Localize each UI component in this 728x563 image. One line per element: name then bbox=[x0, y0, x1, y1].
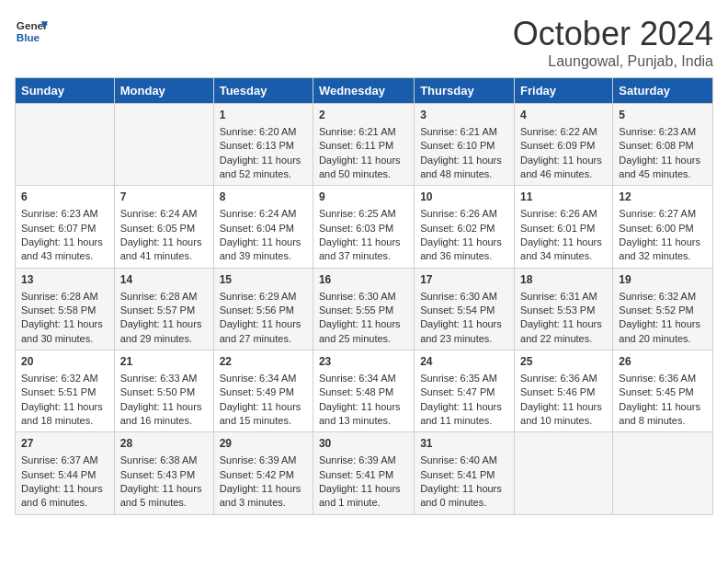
sunrise-text: Sunrise: 6:21 AM bbox=[420, 125, 508, 139]
calendar-table: SundayMondayTuesdayWednesdayThursdayFrid… bbox=[15, 77, 713, 515]
sunrise-text: Sunrise: 6:28 AM bbox=[120, 290, 208, 304]
sunset-text: Sunset: 6:00 PM bbox=[619, 222, 707, 236]
sunrise-text: Sunrise: 6:21 AM bbox=[319, 125, 408, 139]
calendar-week-row: 13Sunrise: 6:28 AMSunset: 5:58 PMDayligh… bbox=[16, 268, 713, 350]
sunset-text: Sunset: 6:02 PM bbox=[420, 222, 508, 236]
sunset-text: Sunset: 5:41 PM bbox=[319, 468, 408, 482]
calendar-cell: 7Sunrise: 6:24 AMSunset: 6:05 PMDaylight… bbox=[114, 186, 213, 268]
calendar-cell: 4Sunrise: 6:22 AMSunset: 6:09 PMDaylight… bbox=[515, 104, 613, 186]
sunset-text: Sunset: 5:52 PM bbox=[619, 304, 707, 317]
day-number: 22 bbox=[220, 354, 307, 370]
day-number: 28 bbox=[120, 436, 208, 452]
calendar-cell bbox=[515, 432, 613, 514]
calendar-cell: 25Sunrise: 6:36 AMSunset: 5:46 PMDayligh… bbox=[515, 350, 613, 432]
sunrise-text: Sunrise: 6:30 AM bbox=[319, 290, 408, 304]
day-number: 3 bbox=[420, 108, 508, 123]
sunset-text: Sunset: 6:07 PM bbox=[21, 222, 108, 236]
sunrise-text: Sunrise: 6:36 AM bbox=[520, 372, 607, 385]
header-row: SundayMondayTuesdayWednesdayThursdayFrid… bbox=[16, 78, 713, 104]
sunset-text: Sunset: 5:48 PM bbox=[319, 385, 408, 399]
daylight-text: Daylight: 11 hours and 27 minutes. bbox=[220, 317, 307, 346]
daylight-text: Daylight: 11 hours and 25 minutes. bbox=[319, 317, 408, 346]
day-number: 8 bbox=[220, 190, 307, 205]
sunset-text: Sunset: 5:49 PM bbox=[220, 385, 307, 399]
calendar-cell: 6Sunrise: 6:23 AMSunset: 6:07 PMDaylight… bbox=[16, 186, 115, 268]
calendar-cell: 28Sunrise: 6:38 AMSunset: 5:43 PMDayligh… bbox=[114, 432, 213, 514]
calendar-cell: 5Sunrise: 6:23 AMSunset: 6:08 PMDaylight… bbox=[613, 104, 713, 186]
sunrise-text: Sunrise: 6:32 AM bbox=[619, 290, 707, 304]
sunset-text: Sunset: 5:55 PM bbox=[319, 304, 408, 317]
day-number: 29 bbox=[220, 436, 307, 452]
calendar-cell: 20Sunrise: 6:32 AMSunset: 5:51 PMDayligh… bbox=[16, 350, 115, 432]
day-number: 23 bbox=[319, 354, 408, 370]
day-number: 18 bbox=[520, 272, 607, 288]
day-number: 14 bbox=[120, 272, 208, 288]
day-header-friday: Friday bbox=[515, 78, 613, 104]
daylight-text: Daylight: 11 hours and 48 minutes. bbox=[420, 154, 508, 182]
day-number: 25 bbox=[520, 354, 607, 370]
day-number: 11 bbox=[520, 190, 607, 205]
month-title: October 2024 bbox=[513, 15, 713, 53]
daylight-text: Daylight: 11 hours and 22 minutes. bbox=[520, 317, 607, 346]
daylight-text: Daylight: 11 hours and 43 minutes. bbox=[21, 236, 108, 264]
daylight-text: Daylight: 11 hours and 18 minutes. bbox=[21, 400, 108, 429]
daylight-text: Daylight: 11 hours and 45 minutes. bbox=[619, 154, 707, 182]
daylight-text: Daylight: 11 hours and 46 minutes. bbox=[520, 154, 607, 182]
sunrise-text: Sunrise: 6:25 AM bbox=[319, 207, 408, 221]
sunset-text: Sunset: 5:45 PM bbox=[619, 385, 707, 399]
sunset-text: Sunset: 6:10 PM bbox=[420, 139, 508, 153]
calendar-cell: 31Sunrise: 6:40 AMSunset: 5:41 PMDayligh… bbox=[415, 432, 515, 514]
day-number: 6 bbox=[21, 190, 108, 205]
sunrise-text: Sunrise: 6:29 AM bbox=[220, 290, 307, 304]
sunset-text: Sunset: 5:54 PM bbox=[420, 304, 508, 317]
daylight-text: Daylight: 11 hours and 39 minutes. bbox=[220, 236, 307, 264]
daylight-text: Daylight: 11 hours and 50 minutes. bbox=[319, 154, 408, 182]
day-number: 31 bbox=[420, 436, 508, 452]
day-number: 1 bbox=[220, 108, 307, 123]
sunrise-text: Sunrise: 6:38 AM bbox=[120, 454, 208, 467]
calendar-cell: 2Sunrise: 6:21 AMSunset: 6:11 PMDaylight… bbox=[313, 104, 414, 186]
day-header-monday: Monday bbox=[114, 78, 213, 104]
daylight-text: Daylight: 11 hours and 34 minutes. bbox=[520, 236, 607, 264]
calendar-cell: 8Sunrise: 6:24 AMSunset: 6:04 PMDaylight… bbox=[213, 186, 313, 268]
sunrise-text: Sunrise: 6:23 AM bbox=[21, 207, 108, 221]
location-title: Laungowal, Punjab, India bbox=[513, 53, 713, 70]
sunrise-text: Sunrise: 6:36 AM bbox=[619, 372, 707, 385]
sunset-text: Sunset: 5:42 PM bbox=[220, 468, 307, 482]
calendar-cell: 19Sunrise: 6:32 AMSunset: 5:52 PMDayligh… bbox=[613, 268, 713, 350]
day-number: 27 bbox=[21, 436, 108, 452]
sunset-text: Sunset: 5:58 PM bbox=[21, 304, 108, 317]
daylight-text: Daylight: 11 hours and 37 minutes. bbox=[319, 236, 408, 264]
day-number: 20 bbox=[21, 354, 108, 370]
logo-icon: General Blue bbox=[15, 15, 48, 48]
daylight-text: Daylight: 11 hours and 29 minutes. bbox=[120, 317, 208, 346]
day-number: 24 bbox=[420, 354, 508, 370]
sunrise-text: Sunrise: 6:40 AM bbox=[420, 454, 508, 467]
sunset-text: Sunset: 6:01 PM bbox=[520, 222, 607, 236]
daylight-text: Daylight: 11 hours and 11 minutes. bbox=[420, 400, 508, 429]
calendar-cell: 27Sunrise: 6:37 AMSunset: 5:44 PMDayligh… bbox=[16, 432, 115, 514]
sunrise-text: Sunrise: 6:34 AM bbox=[319, 372, 408, 385]
calendar-week-row: 6Sunrise: 6:23 AMSunset: 6:07 PMDaylight… bbox=[16, 186, 713, 268]
day-number: 16 bbox=[319, 272, 408, 288]
day-number: 7 bbox=[120, 190, 208, 205]
calendar-cell: 22Sunrise: 6:34 AMSunset: 5:49 PMDayligh… bbox=[213, 350, 313, 432]
calendar-cell: 12Sunrise: 6:27 AMSunset: 6:00 PMDayligh… bbox=[613, 186, 713, 268]
sunset-text: Sunset: 6:08 PM bbox=[619, 139, 707, 153]
sunset-text: Sunset: 5:41 PM bbox=[420, 468, 508, 482]
day-number: 17 bbox=[420, 272, 508, 288]
sunrise-text: Sunrise: 6:26 AM bbox=[520, 207, 607, 221]
calendar-cell: 24Sunrise: 6:35 AMSunset: 5:47 PMDayligh… bbox=[415, 350, 515, 432]
calendar-cell: 15Sunrise: 6:29 AMSunset: 5:56 PMDayligh… bbox=[213, 268, 313, 350]
day-header-tuesday: Tuesday bbox=[213, 78, 313, 104]
calendar-cell bbox=[613, 432, 713, 514]
sunrise-text: Sunrise: 6:37 AM bbox=[21, 454, 108, 467]
daylight-text: Daylight: 11 hours and 5 minutes. bbox=[120, 482, 208, 511]
sunset-text: Sunset: 6:05 PM bbox=[120, 222, 208, 236]
sunrise-text: Sunrise: 6:22 AM bbox=[520, 125, 607, 139]
day-number: 2 bbox=[319, 108, 408, 123]
day-header-sunday: Sunday bbox=[16, 78, 115, 104]
sunrise-text: Sunrise: 6:24 AM bbox=[220, 207, 307, 221]
calendar-cell bbox=[16, 104, 115, 186]
sunrise-text: Sunrise: 6:23 AM bbox=[619, 125, 707, 139]
